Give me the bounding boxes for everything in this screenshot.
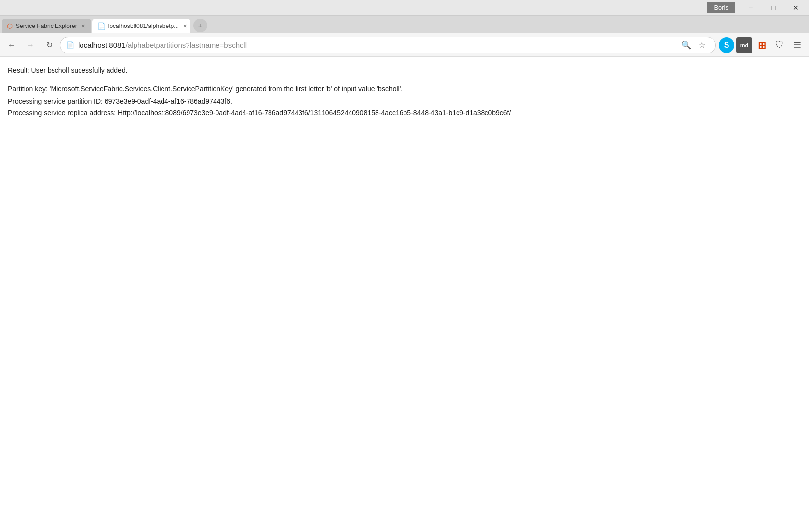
tab-label-2: localhost:8081/alphabetp... [108, 23, 179, 29]
partition-id-line: Processing service partition ID: 6973e3e… [8, 96, 801, 106]
page-icon: 📄 [66, 41, 74, 49]
search-icon[interactable]: 🔍 [679, 38, 694, 53]
address-text: localhost:8081/alphabetpartitions?lastna… [78, 41, 675, 49]
partition-info: Partition key: 'Microsoft.ServiceFabric.… [8, 83, 801, 118]
restore-button[interactable]: □ [762, 0, 784, 16]
url-hostname: localhost:8081 [78, 41, 126, 49]
bookmark-icon[interactable]: ☆ [695, 38, 709, 53]
shield-icon[interactable]: 🛡 [772, 37, 787, 53]
address-input-wrap[interactable]: 📄 localhost:8081/alphabetpartitions?last… [60, 37, 716, 53]
tab-close-1[interactable]: ✕ [80, 23, 86, 29]
refresh-button[interactable]: ↻ [41, 37, 57, 53]
office-icon[interactable]: ⊞ [754, 37, 770, 53]
url-path: /alphabetpartitions?lastname=bscholl [126, 41, 247, 49]
tab-service-fabric-explorer[interactable]: ⬡ Service Fabric Explorer ✕ [2, 19, 91, 33]
new-tab-button[interactable]: + [193, 19, 207, 32]
tab-icon-1: ⬡ [7, 22, 13, 30]
tab-label-1: Service Fabric Explorer [16, 23, 77, 29]
replica-address-line: Processing service replica address: Http… [8, 107, 801, 118]
user-badge: Boris [707, 2, 735, 13]
partition-key-line: Partition key: 'Microsoft.ServiceFabric.… [8, 83, 801, 94]
skype-icon[interactable]: S [719, 37, 734, 53]
toolbar-icons: S md ⊞ 🛡 ☰ [719, 37, 805, 53]
close-button[interactable]: ✕ [784, 0, 807, 16]
tab-icon-2: 📄 [97, 22, 106, 30]
tab-bar: ⬡ Service Fabric Explorer ✕ 📄 localhost:… [0, 16, 809, 33]
minimize-button[interactable]: − [739, 0, 762, 16]
tab-localhost[interactable]: 📄 localhost:8081/alphabetp... ✕ [92, 19, 190, 33]
content-area: Result: User bscholl sucessfully added. … [0, 57, 809, 532]
back-button[interactable]: ← [4, 37, 20, 53]
address-actions: 🔍 ☆ [679, 38, 709, 53]
address-bar: ← → ↻ 📄 localhost:8081/alphabetpartition… [0, 33, 809, 57]
tab-close-2[interactable]: ✕ [182, 23, 188, 29]
forward-button[interactable]: → [23, 37, 38, 53]
title-bar-controls: − □ ✕ [739, 0, 807, 16]
title-bar: Boris − □ ✕ [0, 0, 809, 16]
result-line: Result: User bscholl sucessfully added. [8, 65, 801, 76]
menu-icon[interactable]: ☰ [789, 37, 805, 53]
md-icon[interactable]: md [736, 37, 752, 53]
